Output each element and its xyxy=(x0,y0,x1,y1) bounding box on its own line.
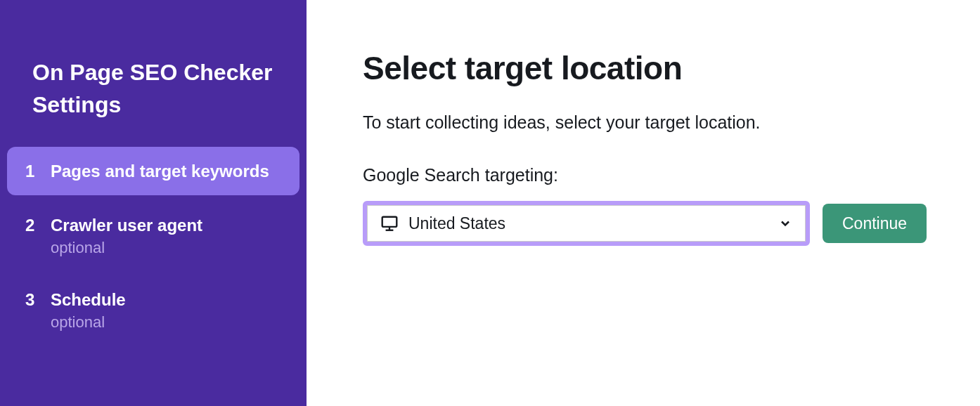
step-sublabel: optional xyxy=(51,239,202,257)
settings-sidebar: On Page SEO Checker Settings 1 Pages and… xyxy=(0,0,307,406)
step-number: 2 xyxy=(25,214,51,237)
svg-rect-0 xyxy=(382,217,397,227)
continue-button[interactable]: Continue xyxy=(823,204,927,243)
main-panel: Select target location To start collecti… xyxy=(307,0,980,406)
step-label: Pages and target keywords xyxy=(51,159,269,183)
step-sublabel: optional xyxy=(51,313,126,332)
step-label: Schedule xyxy=(51,288,126,312)
page-description: To start collecting ideas, select your t… xyxy=(363,112,949,133)
targeting-label: Google Search targeting: xyxy=(363,165,949,185)
step-number: 3 xyxy=(25,288,51,312)
chevron-down-icon xyxy=(778,216,792,230)
location-select-highlight: United States xyxy=(363,201,810,246)
page-title: Select target location xyxy=(363,49,949,87)
step-number: 1 xyxy=(25,159,51,183)
location-select[interactable]: United States xyxy=(367,205,806,242)
location-select-value: United States xyxy=(408,214,768,233)
desktop-icon xyxy=(380,214,399,233)
step-pages-keywords[interactable]: 1 Pages and target keywords xyxy=(7,147,299,196)
controls-row: United States Continue xyxy=(363,201,949,246)
sidebar-title: On Page SEO Checker Settings xyxy=(7,56,299,147)
step-label: Crawler user agent xyxy=(51,214,202,237)
step-schedule[interactable]: 3 Schedule optional xyxy=(7,275,299,344)
step-crawler-user-agent[interactable]: 2 Crawler user agent optional xyxy=(7,201,299,270)
